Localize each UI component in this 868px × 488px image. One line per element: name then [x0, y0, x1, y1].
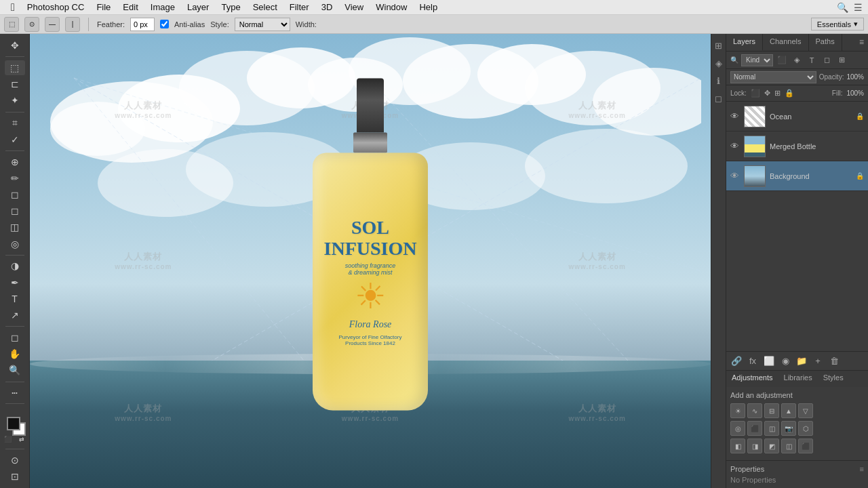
adj-colorlookup-icon[interactable]: ⬛ [747, 421, 762, 436]
info-panel-icon[interactable]: ℹ [711, 73, 726, 88]
eraser-tool[interactable]: ◻ [5, 203, 25, 218]
blur-tool[interactable]: ◎ [5, 236, 25, 251]
eyedropper-tool[interactable]: ✓ [5, 131, 25, 146]
menu-view[interactable]: View [339, 1, 369, 14]
layer-visibility-ocean[interactable]: 👁 [730, 111, 740, 121]
menu-select[interactable]: Select [248, 1, 283, 14]
fill-value[interactable]: 100% [846, 89, 864, 97]
opacity-value[interactable]: 100% [846, 73, 864, 81]
adj-selectivecolor-icon[interactable]: ▽ [798, 403, 813, 418]
adj-posterize-icon[interactable]: ◫ [781, 439, 796, 453]
essentials-button[interactable]: Essentials ▾ [811, 18, 864, 30]
lock-position-icon[interactable]: ✥ [764, 89, 770, 98]
add-style-btn[interactable]: fx [747, 355, 759, 367]
layer-item-background[interactable]: 👁 Background 🔒 [726, 161, 868, 191]
kind-select[interactable]: Kind [741, 54, 773, 66]
menu-type[interactable]: Type [216, 1, 245, 14]
add-layer-btn[interactable]: + [812, 355, 824, 367]
menu-photoshop[interactable]: Photoshop CC [22, 1, 90, 14]
menu-help[interactable]: Help [414, 1, 443, 14]
foreground-color[interactable] [7, 417, 20, 430]
adj-colorbalance-icon[interactable]: ▲ [781, 403, 796, 418]
shape-tool[interactable]: ◻ [5, 330, 25, 345]
screen-mode-btn[interactable]: ⊡ [5, 469, 25, 484]
lock-artboard-icon[interactable]: ⊞ [774, 89, 781, 98]
link-layers-btn[interactable]: 🔗 [730, 355, 743, 367]
adj-colormixer-icon[interactable]: ⬡ [798, 421, 813, 436]
tab-styles[interactable]: Styles [818, 371, 849, 387]
adj-threshold-icon[interactable]: ◩ [764, 439, 779, 453]
marquee-tool-row[interactable]: — [45, 17, 60, 32]
marquee-tool-rect[interactable]: ⬚ [4, 17, 19, 32]
panel-options-icon[interactable]: ≡ [855, 34, 868, 51]
hand-tool[interactable]: ✋ [5, 346, 25, 361]
layer-item-ocean[interactable]: 👁 Ocean 🔒 [726, 102, 868, 131]
tab-libraries[interactable]: Libraries [778, 371, 818, 387]
feather-input[interactable] [130, 18, 155, 31]
extra-tools[interactable]: ••• [5, 385, 25, 400]
clone-tool[interactable]: ◻ [5, 187, 25, 202]
filter-pixel-icon[interactable]: ⬛ [776, 54, 788, 66]
filter-type-icon[interactable]: T [806, 54, 818, 66]
healing-tool[interactable]: ⊕ [5, 154, 25, 169]
magic-wand-tool[interactable]: ✦ [5, 93, 25, 108]
tab-paths[interactable]: Paths [809, 34, 842, 51]
tab-adjustments[interactable]: Adjustments [726, 371, 778, 387]
panels-icon[interactable]: ☰ [854, 2, 863, 13]
menu-file[interactable]: File [91, 1, 116, 14]
add-adjustment-btn[interactable]: ◉ [779, 355, 791, 367]
add-group-btn[interactable]: 📁 [795, 355, 808, 367]
adj-photo-filter-icon[interactable]: 📷 [781, 421, 796, 436]
filter-smart-icon[interactable]: ⊞ [835, 54, 848, 66]
properties-options-icon[interactable]: ≡ [860, 465, 864, 473]
marquee-tool[interactable]: ⬚ [5, 60, 25, 75]
layer-item-merged[interactable]: 👁 Merged Bottle [726, 131, 868, 161]
style-select[interactable]: Normal Fixed Ratio Fixed Size [235, 18, 290, 31]
menu-layer[interactable]: Layer [182, 1, 215, 14]
gradient-tool[interactable]: ◫ [5, 220, 25, 235]
adj-exposure-icon[interactable]: ◨ [747, 439, 762, 453]
tab-channels[interactable]: Channels [763, 34, 808, 51]
adj-levels-icon[interactable]: ⊟ [764, 403, 779, 418]
type-tool[interactable]: T [5, 291, 25, 306]
adjustments-panel-icon[interactable]: ◈ [711, 56, 726, 70]
add-mask-btn[interactable]: ⬜ [763, 355, 775, 367]
anti-alias-checkbox[interactable] [160, 20, 169, 28]
lock-all-icon[interactable]: 🔒 [785, 89, 794, 98]
menu-3d[interactable]: 3D [316, 1, 338, 14]
tab-layers[interactable]: Layers [726, 34, 763, 51]
search-icon[interactable]: 🔍 [837, 2, 848, 13]
adj-invert-icon[interactable]: ⬛ [798, 439, 813, 453]
move-tool[interactable]: ✥ [5, 38, 25, 53]
delete-layer-btn[interactable]: 🗑 [828, 355, 840, 367]
apple-menu[interactable]:  [5, 0, 20, 15]
crop-tool[interactable]: ⌗ [5, 115, 25, 130]
blend-mode-select[interactable]: Normal Multiply Screen [730, 71, 816, 83]
layer-visibility-bg[interactable]: 👁 [730, 171, 740, 181]
layer-visibility-merged[interactable]: 👁 [730, 141, 740, 151]
adj-curves-icon[interactable]: ∿ [747, 403, 762, 418]
pen-tool[interactable]: ✒ [5, 275, 25, 290]
brush-tool[interactable]: ✏ [5, 171, 25, 186]
dodge-tool[interactable]: ◑ [5, 258, 25, 273]
lasso-tool[interactable]: ⊏ [5, 77, 25, 92]
menu-image[interactable]: Image [145, 1, 180, 14]
adj-hsl-icon[interactable]: ◎ [730, 421, 745, 436]
marquee-tool-col[interactable]: | [65, 17, 80, 32]
filter-shape-icon[interactable]: ◻ [821, 54, 833, 66]
adj-gradient-icon[interactable]: ◧ [730, 439, 745, 453]
add-adjustment-label: Add an adjustment [730, 391, 864, 399]
menu-window[interactable]: Window [370, 1, 412, 14]
marquee-tool-ellipse[interactable]: ⊙ [24, 17, 39, 32]
menu-edit[interactable]: Edit [117, 1, 143, 14]
lock-pixels-icon[interactable]: ⬛ [751, 89, 760, 98]
quick-mask-btn[interactable]: ⊙ [5, 453, 25, 468]
adj-brightness-icon[interactable]: ☀ [730, 403, 745, 418]
zoom-tool[interactable]: 🔍 [5, 363, 25, 378]
layers-panel-icon[interactable]: ⊞ [711, 38, 726, 53]
filter-adjustment-icon[interactable]: ◈ [791, 54, 803, 66]
menu-filter[interactable]: Filter [284, 1, 315, 14]
styles-panel-icon[interactable]: ◻ [711, 91, 726, 106]
adj-vibrance-icon[interactable]: ◫ [764, 421, 779, 436]
path-tool[interactable]: ↗ [5, 308, 25, 323]
